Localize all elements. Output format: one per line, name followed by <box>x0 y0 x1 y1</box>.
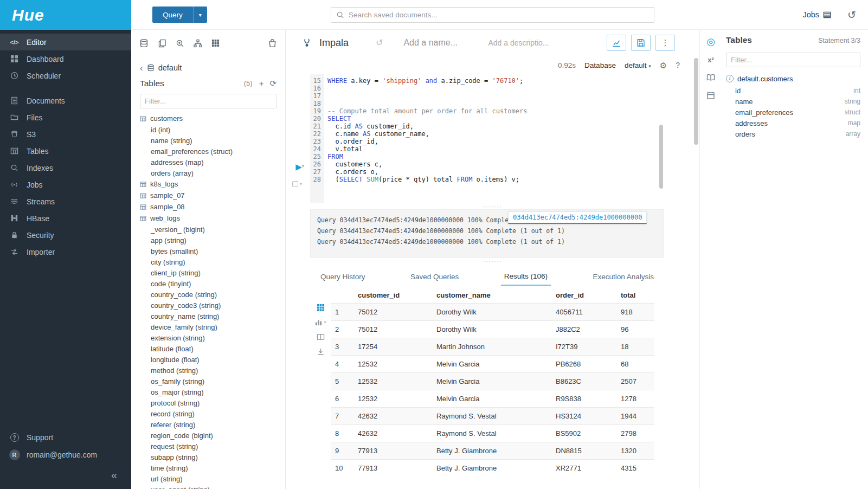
apps-grid-icon[interactable] <box>211 39 220 47</box>
result-cell[interactable]: XR2771 <box>551 460 616 477</box>
run-button[interactable]: ▶▾ <box>291 163 308 171</box>
query-id-popover[interactable]: 034d413ec7474ed5:4249de1000000000 <box>508 211 647 224</box>
tree-column-row[interactable]: region_code (bigint) <box>140 430 277 441</box>
result-cell[interactable]: 77913 <box>353 442 432 460</box>
play-icon[interactable]: ▶ <box>295 162 302 171</box>
sidenav-item-documents[interactable]: Documents <box>0 92 131 109</box>
result-row[interactable]: 742632Raymond S. VestalHS31241944 <box>331 408 654 425</box>
back-chevron-icon[interactable]: ‹ <box>140 63 143 73</box>
chart-button[interactable] <box>607 35 626 51</box>
result-cell[interactable]: 2798 <box>616 425 654 442</box>
tree-column-row[interactable]: extension (string) <box>140 332 277 343</box>
sidenav-item-s3[interactable]: S3 <box>0 126 131 143</box>
tree-table-row[interactable]: sample_08 <box>140 201 277 213</box>
tree-column-row[interactable]: city (string) <box>140 256 277 267</box>
result-cell[interactable]: 12532 <box>353 390 432 408</box>
result-cell[interactable]: 42632 <box>353 408 432 425</box>
sidenav-item-jobs[interactable]: Jobs <box>0 176 131 193</box>
grid-view-icon[interactable] <box>317 304 325 312</box>
ra-column-row[interactable]: addressesmap <box>726 118 860 128</box>
column-header[interactable]: order_id <box>551 287 616 304</box>
result-cell[interactable]: 75012 <box>353 321 432 338</box>
tab-saved-queries[interactable]: Saved Queries <box>407 267 462 285</box>
result-row[interactable]: 977913Betty J. GiambroneDN88151320 <box>331 442 654 460</box>
row-number-cell[interactable]: 3 <box>331 338 353 356</box>
result-cell[interactable]: Raymond S. Vestal <box>432 408 551 425</box>
result-cell[interactable]: Raymond S. Vestal <box>432 425 551 442</box>
result-row[interactable]: 412532Melvin GarciaPB626868 <box>331 356 654 373</box>
code-line[interactable]: SELECT <box>327 115 699 123</box>
sidenav-item-files[interactable]: Files <box>0 109 131 126</box>
tree-column-row[interactable]: request (string) <box>140 441 277 452</box>
help-icon[interactable]: ? <box>676 61 680 69</box>
column-header[interactable]: total <box>616 287 654 304</box>
result-row[interactable]: 842632Raymond S. VestalBS59022798 <box>331 425 654 442</box>
tree-column-row[interactable]: email_preferences (struct) <box>140 146 277 157</box>
chart-view-icon[interactable]: ▾ <box>314 318 326 326</box>
result-cell[interactable]: 1320 <box>616 442 654 460</box>
code-line[interactable] <box>327 100 699 107</box>
sidenav-item-indexes[interactable]: Indexes <box>0 159 131 176</box>
tree-table-row[interactable]: web_logs <box>140 213 277 224</box>
search-input[interactable] <box>349 11 649 19</box>
result-cell[interactable]: 17254 <box>353 338 432 356</box>
result-cell[interactable]: J882C2 <box>551 321 616 338</box>
tree-column-row[interactable]: subapp (string) <box>140 452 277 462</box>
row-number-cell[interactable]: 1 <box>331 304 353 321</box>
main-scrollbar-thumb[interactable] <box>694 58 698 145</box>
app-logo[interactable]: Hue <box>0 0 131 30</box>
right-filter-input[interactable] <box>726 53 860 67</box>
result-cell[interactable]: 918 <box>616 304 654 321</box>
query-description-input[interactable] <box>488 38 569 47</box>
sidenav-item-security[interactable]: Security <box>0 227 131 243</box>
result-cell[interactable]: 1278 <box>616 390 654 408</box>
tree-column-row[interactable]: country_code (string) <box>140 289 277 300</box>
row-number-cell[interactable]: 6 <box>331 390 353 408</box>
result-cell[interactable]: 96 <box>616 321 654 338</box>
more-actions-button[interactable]: ⋮ <box>655 35 675 51</box>
sitemap-icon[interactable] <box>194 39 202 48</box>
sidenav-item-streams[interactable]: Streams <box>0 193 131 210</box>
tables-filter-input[interactable] <box>140 94 277 108</box>
download-icon[interactable] <box>317 348 325 356</box>
tree-column-row[interactable]: addresses (map) <box>140 157 277 168</box>
tab-query-history[interactable]: Query History <box>317 267 369 285</box>
refresh-icon[interactable]: ⟳ <box>269 79 277 87</box>
sidenav-item-importer[interactable]: Importer <box>0 243 131 260</box>
assistant-icon[interactable]: ◎ <box>706 37 715 47</box>
tree-column-row[interactable]: client_ip (string) <box>140 267 277 278</box>
tree-table-row[interactable]: k8s_logs <box>140 178 277 190</box>
result-cell[interactable]: BS5902 <box>551 425 616 442</box>
column-header[interactable]: customer_name <box>432 287 551 304</box>
result-cell[interactable]: Betty J. Giambrone <box>432 442 551 460</box>
tree-column-row[interactable]: latitude (float) <box>140 343 277 354</box>
code-line[interactable]: -- Compute total amount per order for al… <box>327 107 699 115</box>
ra-column-row[interactable]: namestring <box>726 96 860 107</box>
code-line[interactable]: c.name AS customer_name, <box>327 130 699 138</box>
user-menu[interactable]: R romain@gethue.com <box>0 446 131 464</box>
code-line[interactable]: (SELECT SUM(price * qty) total FROM o.it… <box>327 176 699 183</box>
code-line[interactable]: FROM <box>327 153 699 160</box>
result-cell[interactable]: I72T39 <box>551 338 616 356</box>
tree-column-row[interactable]: time (string) <box>140 462 277 473</box>
settings-gear-icon[interactable]: ⚙ <box>660 61 667 69</box>
result-cell[interactable]: 68 <box>616 356 654 373</box>
zoom-plus-icon[interactable] <box>176 39 184 48</box>
row-number-cell[interactable]: 4 <box>331 356 353 373</box>
result-cell[interactable]: R9S838 <box>551 390 616 408</box>
snippet-history-icon[interactable]: ↺ <box>376 38 383 47</box>
columns-icon[interactable] <box>317 333 325 341</box>
tree-table-row[interactable]: sample_07 <box>140 190 277 201</box>
result-row[interactable]: 317254Martin JohnsonI72T3918 <box>331 338 654 356</box>
result-row[interactable]: 275012Dorothy WilkJ882C296 <box>331 321 654 338</box>
result-cell[interactable]: 2507 <box>616 373 654 390</box>
result-cell[interactable]: Martin Johnson <box>432 338 551 356</box>
tree-column-row[interactable]: user_agent (string) <box>140 484 277 489</box>
tree-column-row[interactable]: device_family (string) <box>140 321 277 332</box>
jobs-link[interactable]: Jobs <box>802 10 831 19</box>
code-line[interactable]: customers c, <box>327 160 699 168</box>
row-number-cell[interactable]: 8 <box>331 425 353 442</box>
tree-table-row[interactable]: customers <box>140 113 277 124</box>
result-row[interactable]: 612532Melvin GarciaR9S8381278 <box>331 390 654 408</box>
query-dropdown-caret[interactable]: ▾ <box>193 7 207 23</box>
